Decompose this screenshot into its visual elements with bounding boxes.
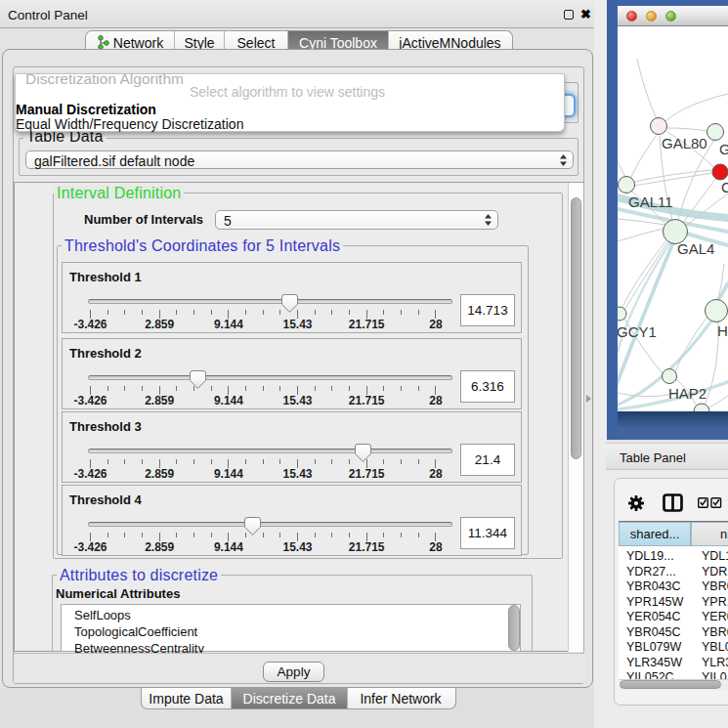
svg-text:GAL80: GAL80 — [662, 135, 707, 151]
svg-text:GCY1: GCY1 — [618, 323, 657, 340]
svg-text:GA: GA — [719, 141, 728, 157]
svg-text:C: C — [721, 179, 728, 195]
svg-text:GAL4: GAL4 — [677, 240, 714, 257]
svg-text:GAL11: GAL11 — [628, 193, 673, 210]
svg-text:HAP2: HAP2 — [668, 385, 707, 402]
svg-text:H: H — [717, 322, 728, 339]
